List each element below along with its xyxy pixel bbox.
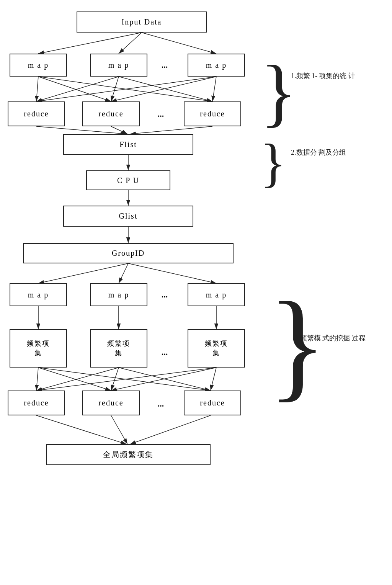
glist-box: Glist	[63, 206, 193, 227]
annotation-step1: 1.频繁 1- 项集的统 计	[291, 71, 355, 81]
reduce1-label: reduce	[24, 109, 49, 118]
svg-line-31	[36, 368, 216, 391]
reduce5-label: reduce	[98, 399, 123, 407]
dots1: ...	[153, 57, 176, 73]
svg-line-10	[36, 77, 216, 101]
svg-line-7	[36, 77, 119, 101]
global-freq-label: 全局频繁项集	[103, 449, 154, 460]
map4-box: m a p	[10, 283, 67, 306]
brace3: }	[268, 283, 327, 406]
reduce2-box: reduce	[82, 101, 140, 126]
brace2: }	[260, 136, 286, 190]
dots5: ...	[149, 396, 172, 412]
svg-line-34	[36, 415, 126, 444]
reduce3-label: reduce	[200, 109, 225, 118]
reduce6-box: reduce	[184, 391, 241, 415]
map5-label: m a p	[108, 291, 129, 299]
svg-line-11	[111, 77, 216, 101]
svg-line-35	[111, 415, 127, 444]
svg-line-2	[119, 33, 142, 54]
groupid-box: GroupID	[23, 243, 234, 263]
annotation-step3: 3.频繁模 式的挖掘 过程	[295, 333, 366, 343]
flist-box: Flist	[63, 134, 193, 155]
svg-line-32	[111, 368, 216, 391]
brace1: }	[260, 54, 297, 130]
freq2-box: 频繁项 集	[90, 329, 147, 368]
svg-line-6	[38, 77, 212, 101]
groupid-label: GroupID	[112, 249, 145, 258]
svg-line-14	[111, 126, 127, 134]
freq1-label: 频繁项 集	[27, 339, 50, 358]
map6-box: m a p	[188, 283, 245, 306]
dots3: ...	[153, 287, 176, 302]
reduce2-label: reduce	[98, 109, 123, 118]
svg-line-28	[36, 368, 119, 391]
svg-line-4	[36, 77, 38, 101]
svg-line-8	[111, 77, 119, 101]
reduce1-box: reduce	[8, 101, 65, 126]
svg-line-15	[130, 126, 212, 134]
map3-box: m a p	[188, 54, 245, 77]
svg-line-12	[212, 77, 216, 101]
map4-label: m a p	[28, 291, 49, 299]
svg-line-9	[119, 77, 212, 101]
dots4: ...	[153, 345, 176, 360]
reduce3-box: reduce	[184, 101, 241, 126]
freq1-box: 频繁项 集	[10, 329, 67, 368]
map3-label: m a p	[206, 61, 227, 70]
map1-label: m a p	[28, 61, 49, 70]
glist-label: Glist	[119, 212, 138, 221]
svg-line-13	[36, 126, 126, 134]
input-data-box: Input Data	[77, 11, 207, 33]
freq3-box: 频繁项 集	[188, 329, 245, 368]
dots2: ...	[149, 106, 172, 122]
map5-box: m a p	[90, 283, 147, 306]
svg-line-29	[111, 368, 119, 391]
map2-box: m a p	[90, 54, 147, 77]
freq2-label: 频繁项 集	[107, 339, 130, 358]
annotation-step2: 2.数据分 割及分组	[291, 147, 346, 158]
global-freq-box: 全局频繁项集	[46, 444, 211, 465]
svg-line-19	[38, 263, 128, 283]
svg-line-36	[130, 415, 211, 444]
reduce5-box: reduce	[82, 391, 140, 415]
reduce6-label: reduce	[200, 399, 225, 407]
flist-label: Flist	[119, 140, 137, 149]
cpu-label: C P U	[117, 176, 139, 185]
svg-line-20	[119, 263, 128, 283]
reduce4-box: reduce	[8, 391, 65, 415]
diagram-container: Input Data m a p m a p ... m a p reduce …	[0, 0, 392, 585]
svg-line-33	[211, 368, 216, 391]
freq3-label: 频繁项 集	[205, 339, 228, 358]
svg-line-3	[142, 33, 216, 54]
cpu-box: C P U	[86, 170, 170, 190]
map6-label: m a p	[206, 291, 227, 299]
svg-line-27	[38, 368, 211, 391]
svg-line-25	[36, 368, 38, 391]
reduce4-label: reduce	[24, 399, 49, 407]
map1-box: m a p	[10, 54, 67, 77]
svg-line-5	[38, 77, 111, 101]
input-data-label: Input Data	[122, 18, 162, 26]
map2-label: m a p	[108, 61, 129, 70]
svg-line-26	[38, 368, 111, 391]
svg-line-30	[119, 368, 211, 391]
svg-line-1	[38, 33, 142, 54]
svg-line-21	[128, 263, 216, 283]
